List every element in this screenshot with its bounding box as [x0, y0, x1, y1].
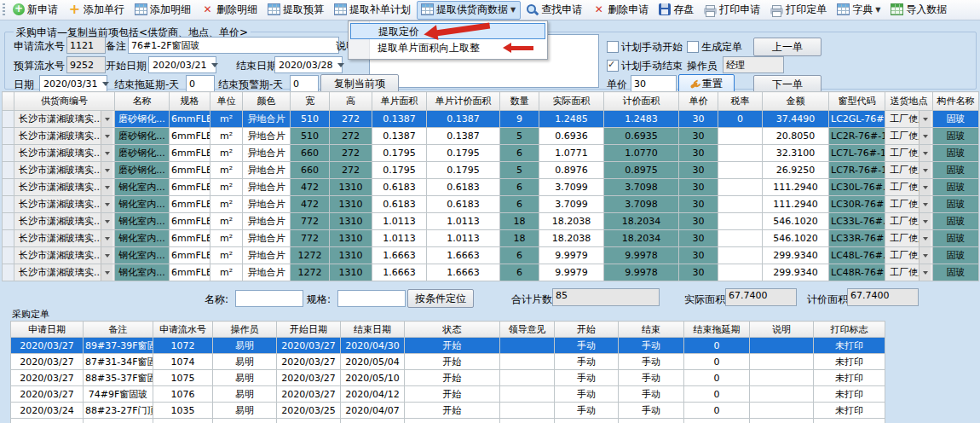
table-row[interactable]: 长沙市潇湘玻璃实...磨砂钢化...6mmFLE...m²异地合片5102720… — [3, 111, 979, 128]
cell-dropdown[interactable]: 工厂使用 — [885, 264, 933, 281]
delete-icon — [201, 3, 214, 15]
manual-start-checkbox[interactable] — [607, 41, 619, 53]
table-row[interactable]: 长沙市潇湘玻璃实...磨砂钢化...6mmFLE...m²异地合片6602720… — [3, 145, 979, 162]
column-header[interactable]: 申请日期 — [11, 322, 84, 338]
cell-dropdown[interactable]: 工厂使用 — [885, 145, 933, 162]
filter-spec-input[interactable] — [337, 290, 406, 307]
table-row[interactable] — [11, 419, 885, 423]
remark-input[interactable] — [128, 37, 339, 54]
cell-dropdown[interactable]: 长沙市潇湘玻璃实... — [14, 145, 115, 162]
cell-dropdown[interactable]: 长沙市潇湘玻璃实... — [14, 264, 115, 281]
column-header[interactable]: 开始日期 — [277, 322, 341, 338]
column-header[interactable]: 操作员 — [213, 322, 277, 338]
table-row[interactable]: 2020/03/2787#31-34F窗固玻1074易明2020/03/2720… — [11, 354, 885, 370]
cell-dropdown[interactable]: 工厂使用 — [885, 111, 933, 128]
column-header[interactable]: 构件名称 — [933, 92, 979, 111]
column-header[interactable]: 税率 — [718, 92, 763, 111]
warn-input[interactable] — [290, 75, 319, 92]
manual-end-checkbox[interactable] — [607, 60, 619, 72]
cell-dropdown[interactable]: 工厂使用 — [885, 162, 933, 179]
column-header[interactable]: 领导意见 — [500, 322, 555, 338]
table-row[interactable]: 长沙市潇湘玻璃实...钢化室内...6mmFLE...m²异地合片1272131… — [3, 264, 979, 281]
column-header[interactable]: 结束 — [619, 322, 684, 338]
column-header[interactable]: 备注 — [84, 322, 153, 338]
prev-order-button[interactable]: 上一单 — [753, 38, 821, 56]
column-header[interactable]: 结束日期 — [341, 322, 405, 338]
toolbar-button[interactable]: 删除明细 — [197, 1, 262, 20]
column-header[interactable]: 说明 — [750, 322, 814, 338]
cell-dropdown[interactable]: 工厂使用 — [885, 179, 933, 196]
date-combo[interactable]: 2020/03/31 — [39, 75, 107, 92]
column-header[interactable]: 数量 — [500, 92, 539, 111]
column-header[interactable]: 打印标志 — [814, 322, 885, 338]
column-header[interactable]: 金额 — [763, 92, 829, 111]
toolbar-button[interactable]: 新申请 — [9, 1, 63, 20]
cell-dropdown[interactable]: 长沙市潇湘玻璃实... — [14, 162, 115, 179]
table-row[interactable]: 2020/03/2789#37-39F窗固玻1072易明2020/03/2720… — [11, 338, 885, 354]
column-header[interactable] — [3, 92, 14, 111]
cell-dropdown[interactable]: 长沙市潇湘玻璃实... — [14, 213, 115, 230]
column-header[interactable]: 申请流水号 — [153, 322, 213, 338]
table-row[interactable]: 长沙市潇湘玻璃实...钢化室内...6mmFLE...m²异地合片7721310… — [3, 213, 979, 230]
column-header[interactable]: 单片面积 — [372, 92, 427, 111]
cell-dropdown[interactable]: 长沙市潇湘玻璃实... — [14, 179, 115, 196]
column-header[interactable]: 单片计价面积 — [427, 92, 500, 111]
cell-dropdown[interactable]: 长沙市潇湘玻璃实... — [14, 111, 115, 128]
column-header[interactable]: 高 — [330, 92, 372, 111]
toolbar-button[interactable]: 打印申请 — [700, 1, 765, 20]
cell-dropdown[interactable]: 工厂使用 — [885, 230, 933, 247]
toolbar-button[interactable]: 字典▼ — [833, 1, 885, 20]
cell: 9.9978 — [604, 264, 679, 281]
table-row[interactable]: 长沙市潇湘玻璃实...磨砂钢化...6mmFLE...m²异地合片5102720… — [3, 128, 979, 145]
toolbar-button[interactable]: 删除申请 — [588, 1, 654, 20]
cell-dropdown[interactable]: 工厂使用 — [885, 128, 933, 145]
toolbar-button[interactable]: 导入数据 — [886, 1, 952, 20]
cell-dropdown[interactable]: 长沙市潇湘玻璃实... — [14, 128, 115, 145]
column-header[interactable]: 计价面积 — [604, 92, 679, 111]
toolbar-button[interactable]: 打印定单 — [766, 1, 832, 20]
column-header[interactable]: 结束拖延期 — [684, 322, 750, 338]
column-header[interactable]: 宽 — [291, 92, 330, 111]
table-row[interactable]: 2020/03/2774#9F窗固玻1076易明2020/03/272020/0… — [11, 386, 885, 403]
column-header[interactable]: 颜色 — [243, 92, 291, 111]
cell-dropdown[interactable]: 工厂使用 — [885, 247, 933, 264]
cell-dropdown[interactable]: 长沙市潇湘玻璃实... — [14, 230, 115, 247]
cell-dropdown[interactable]: 工厂使用 — [885, 213, 933, 230]
end-date-combo[interactable]: 2020/03/28 — [274, 56, 343, 73]
column-header[interactable]: 实际面积 — [539, 92, 604, 111]
cell-dropdown[interactable]: 长沙市潇湘玻璃实... — [14, 247, 115, 264]
column-header[interactable]: 开始 — [555, 322, 619, 338]
table-row[interactable]: 长沙市潇湘玻璃实...钢化室内...6mmFLE...m²异地合片7721310… — [3, 230, 979, 247]
locate-button[interactable]: 按条件定位 — [407, 289, 474, 308]
toolbar-button[interactable]: 添加单行 — [64, 1, 130, 20]
column-header[interactable]: 单位 — [210, 92, 243, 111]
column-header[interactable]: 状态 — [405, 322, 500, 338]
toolbar-button[interactable]: 存盘 — [654, 1, 699, 20]
table-row[interactable]: 2020/03/2488#23-27F门顶玻1035易明2020/03/2520… — [11, 403, 885, 419]
table-row[interactable]: 长沙市潇湘玻璃实...钢化室内...6mmFLE...m²异地合片1272131… — [3, 247, 979, 264]
toolbar-button[interactable]: 提取供货商数据▼ — [417, 1, 521, 20]
column-header[interactable]: 单价 — [679, 92, 718, 111]
cell-dropdown[interactable]: 工厂使用 — [885, 196, 933, 213]
price-input[interactable] — [631, 75, 677, 92]
toolbar-button[interactable]: 提取预算 — [263, 1, 329, 20]
table-row[interactable]: 2020/03/2788#35-37F窗固玻1075易明2020/03/2720… — [11, 370, 885, 386]
start-date-combo[interactable]: 2020/03/21 — [148, 56, 216, 73]
table-row[interactable]: 长沙市潇湘玻璃实...钢化室内...6mmFLE...m²异地合片4721310… — [3, 179, 979, 196]
delay-input[interactable] — [186, 75, 215, 92]
copy-current-button[interactable]: 复制当前项 — [320, 74, 399, 93]
column-header[interactable]: 名称 — [115, 92, 170, 111]
column-header[interactable]: 供货商编号 — [14, 92, 115, 111]
cell-dropdown[interactable]: 长沙市潇湘玻璃实... — [14, 196, 115, 213]
gen-order-checkbox[interactable] — [687, 41, 699, 53]
table-row[interactable]: 长沙市潇湘玻璃实...钢化室内...6mmFLE...m²异地合片4721310… — [3, 196, 979, 213]
toolbar-button[interactable]: 添加明细 — [130, 1, 196, 20]
cell: m² — [210, 213, 243, 230]
toolbar-button[interactable]: 提取补单计划 — [330, 1, 416, 20]
column-header[interactable]: 窗型代码 — [829, 92, 885, 111]
toolbar-button[interactable]: 查找申请 — [522, 1, 587, 20]
table-row[interactable]: 长沙市潇湘玻璃实...磨砂钢化...6mmFLE...m²异地合片6602720… — [3, 162, 979, 179]
filter-name-input[interactable] — [235, 290, 303, 307]
column-header[interactable]: 送货地点 — [885, 92, 933, 111]
column-header[interactable]: 规格 — [170, 92, 210, 111]
